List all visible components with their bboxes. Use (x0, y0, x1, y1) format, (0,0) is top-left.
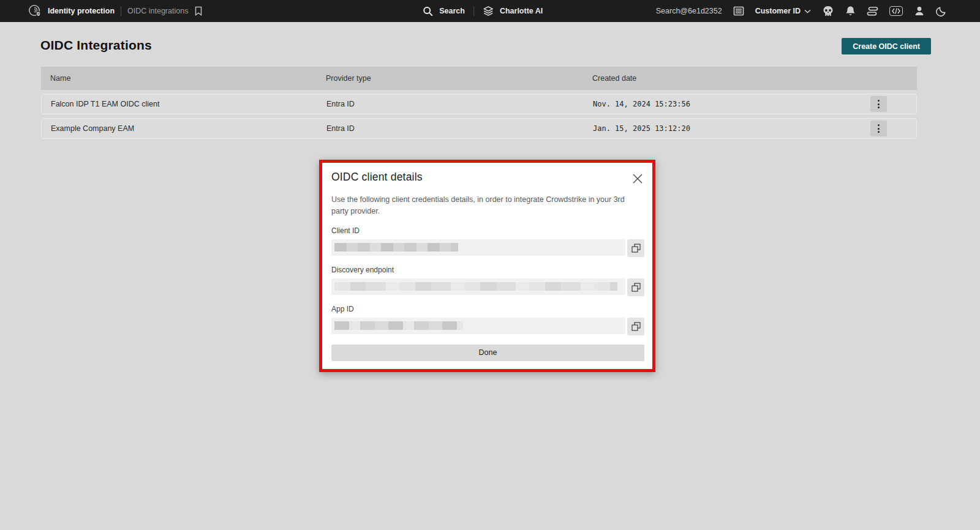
client-id-value-field[interactable] (331, 239, 625, 256)
done-button[interactable]: Done (331, 345, 644, 361)
copy-app-id-icon[interactable] (627, 318, 644, 335)
falcon-skull-icon[interactable] (822, 6, 834, 17)
charlotte-ai-icon (483, 6, 494, 17)
dark-mode-moon-icon[interactable] (936, 6, 947, 17)
customer-id-label: Customer ID (755, 7, 801, 15)
cell-provider-type: Entra ID (326, 100, 593, 108)
search-icon (423, 6, 433, 17)
modal-description: Use the following client credentials det… (331, 194, 627, 218)
app-id-label: App ID (331, 305, 644, 313)
user-profile-icon[interactable] (914, 6, 925, 17)
api-code-icon[interactable] (889, 6, 903, 16)
account-name: Search@6e1d2352 (656, 7, 722, 15)
column-header-created-date: Created date (592, 74, 871, 83)
discovery-endpoint-label: Discovery endpoint (331, 266, 644, 274)
divider (473, 6, 474, 16)
page-title: OIDC Integrations (40, 38, 152, 53)
create-oidc-client-button[interactable]: Create OIDC client (842, 38, 931, 54)
customer-id-selector[interactable]: Customer ID (755, 7, 811, 15)
table-row[interactable]: Example Company EAM Entra ID Jan. 15, 20… (41, 118, 917, 139)
app-id-value-field[interactable] (331, 318, 625, 334)
cell-created-date: Jan. 15, 2025 13:12:20 (593, 124, 870, 133)
redacted-app-id-value (334, 321, 463, 330)
row-actions-kebab-icon[interactable] (870, 96, 887, 112)
messages-icon[interactable] (867, 6, 878, 17)
table-row[interactable]: Falcon IDP T1 EAM OIDC client Entra ID N… (41, 94, 917, 114)
cell-provider-type: Entra ID (326, 124, 593, 133)
table-header-row: Name Provider type Created date (41, 67, 917, 90)
cell-created-date: Nov. 14, 2024 15:23:56 (593, 100, 870, 108)
discovery-endpoint-value-field[interactable] (331, 278, 625, 295)
notifications-bell-icon[interactable] (845, 6, 856, 17)
hosts-list-icon[interactable] (733, 6, 744, 16)
divider (121, 6, 121, 16)
search-label: Search (439, 7, 465, 15)
app-title: Identity protection (48, 7, 115, 15)
row-actions-kebab-icon[interactable] (870, 121, 887, 136)
redacted-client-id-value (334, 243, 458, 252)
column-header-provider-type: Provider type (326, 74, 592, 83)
menu-icon[interactable] (4, 6, 17, 17)
charlotte-ai-label: Charlotte AI (500, 7, 543, 15)
global-search[interactable]: Search (423, 6, 465, 17)
topbar-center: Search Charlotte AI (423, 0, 543, 22)
breadcrumb[interactable]: OIDC integrations (127, 7, 188, 15)
topbar: Identity protection OIDC integrations Se… (0, 0, 980, 22)
oidc-integrations-table: Name Provider type Created date Falcon I… (41, 67, 917, 139)
topbar-left: Identity protection OIDC integrations (4, 4, 203, 18)
copy-client-id-icon[interactable] (627, 239, 644, 257)
chevron-down-icon (804, 9, 811, 13)
modal-title: OIDC client details (331, 171, 423, 184)
identity-protection-logo-icon (27, 4, 42, 18)
bookmark-icon[interactable] (194, 6, 203, 16)
close-icon[interactable] (631, 172, 644, 185)
topbar-right: Search@6e1d2352 Customer ID (656, 6, 974, 17)
column-header-name: Name (50, 74, 326, 83)
charlotte-ai[interactable]: Charlotte AI (483, 6, 543, 17)
copy-discovery-endpoint-icon[interactable] (627, 278, 644, 296)
client-id-label: Client ID (331, 226, 644, 235)
cell-name: Falcon IDP T1 EAM OIDC client (51, 100, 326, 108)
oidc-client-details-modal: OIDC client details Use the following cl… (319, 160, 655, 372)
page-header: OIDC Integrations Create OIDC client (0, 38, 980, 56)
cell-name: Example Company EAM (51, 124, 326, 133)
redacted-discovery-endpoint-value (334, 282, 617, 291)
